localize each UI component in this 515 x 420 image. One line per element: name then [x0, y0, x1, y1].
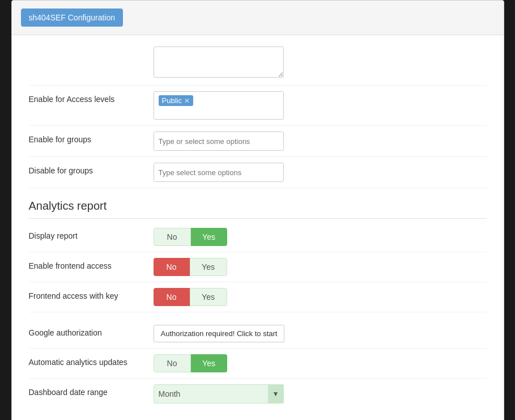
google-auth-button[interactable]: Authorization required! Click to start [154, 325, 285, 342]
enable-frontend-toggle: No Yes [154, 258, 227, 276]
auto-analytics-control: No Yes [154, 354, 487, 372]
auto-analytics-no-btn[interactable]: No [154, 354, 191, 372]
display-report-control: No Yes [154, 228, 487, 246]
google-auth-row: Google authorization Authorization requi… [29, 319, 487, 349]
config-button[interactable]: sh404SEF Configuration [21, 9, 124, 27]
frontend-key-yes-btn[interactable]: Yes [190, 288, 227, 306]
text-area-field[interactable] [154, 46, 284, 78]
display-report-no-btn[interactable]: No [154, 228, 191, 246]
main-window: sh404SEF Configuration Enable for Access… [11, 0, 504, 420]
access-levels-label: Enable for Access levels [29, 91, 154, 104]
access-levels-tag-input[interactable]: Public ✕ [154, 91, 284, 120]
display-report-yes-btn[interactable]: Yes [191, 228, 227, 246]
public-tag-label: Public [162, 96, 182, 105]
enable-groups-input[interactable] [154, 131, 284, 151]
public-tag: Public ✕ [159, 95, 193, 106]
enable-groups-label: Enable for groups [29, 131, 154, 144]
dashboard-date-row: Dashboard date range Month Week Day Year… [29, 379, 487, 409]
frontend-key-no-btn[interactable]: No [154, 288, 190, 306]
disable-groups-control [154, 163, 487, 182]
analytics-section-title: Analytics report [29, 188, 487, 219]
frontend-key-row: Frontend access with key No Yes [29, 282, 487, 312]
disable-groups-input[interactable] [154, 163, 284, 182]
dashboard-date-select-wrapper: Month Week Day Year ▼ [154, 384, 284, 404]
google-auth-control: Authorization required! Click to start [154, 325, 487, 342]
enable-frontend-control: No Yes [154, 258, 487, 276]
display-report-row: Display report No Yes [29, 222, 487, 252]
dashboard-date-control: Month Week Day Year ▼ [154, 384, 487, 404]
google-auth-label: Google authorization [29, 325, 154, 337]
display-report-toggle: No Yes [154, 228, 227, 246]
enable-groups-row: Enable for groups [29, 126, 487, 157]
enable-frontend-no-btn[interactable]: No [154, 258, 190, 276]
enable-frontend-yes-btn[interactable]: Yes [190, 258, 227, 276]
display-report-label: Display report [29, 228, 154, 240]
enable-frontend-label: Enable frontend access [29, 258, 154, 270]
auto-analytics-label: Automatic analytics updates [29, 354, 154, 367]
access-levels-row: Enable for Access levels Public ✕ [29, 86, 487, 126]
enable-frontend-row: Enable frontend access No Yes [29, 252, 487, 282]
dashboard-date-select[interactable]: Month Week Day Year [154, 384, 284, 404]
auto-analytics-row: Automatic analytics updates No Yes [29, 349, 487, 379]
header-bar: sh404SEF Configuration [12, 1, 504, 35]
content-area: Enable for Access levels Public ✕ Enable… [12, 35, 504, 420]
enable-groups-control [154, 131, 487, 151]
public-tag-close[interactable]: ✕ [184, 97, 190, 105]
disable-groups-row: Disable for groups [29, 157, 487, 188]
access-levels-control: Public ✕ [154, 91, 487, 120]
frontend-key-control: No Yes [154, 288, 487, 306]
frontend-key-label: Frontend access with key [29, 288, 154, 300]
textarea-label [29, 46, 154, 50]
textarea-control [154, 46, 487, 79]
auto-analytics-toggle: No Yes [154, 354, 227, 372]
disable-groups-label: Disable for groups [29, 163, 154, 175]
auto-analytics-yes-btn[interactable]: Yes [191, 354, 227, 372]
frontend-key-toggle: No Yes [154, 288, 227, 306]
textarea-row [29, 41, 487, 86]
dashboard-date-label: Dashboard date range [29, 384, 154, 397]
